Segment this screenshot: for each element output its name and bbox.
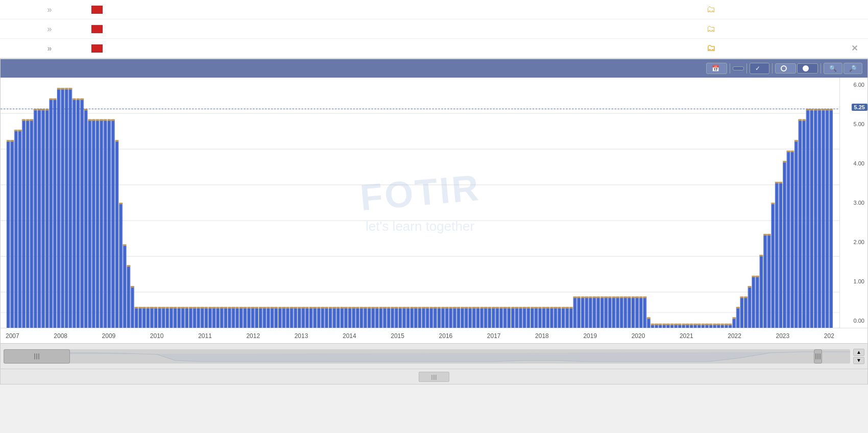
zoom-up-button[interactable]: ▲ [853,349,864,356]
y-label-300: 3.00 [854,200,864,206]
x-label-202x: 202 [824,332,834,340]
y-label-600: 6.00 [854,82,864,88]
zoom-controls: ▲ ▼ [853,349,864,364]
x-label-2017: 2017 [487,332,501,340]
x-label-2009: 2009 [102,332,116,340]
y-label-500: 5.00 [854,121,864,127]
radio-icon [781,65,787,71]
folder-icon[interactable]: 🗂 [698,43,724,54]
x-label-2022: 2022 [728,332,741,340]
grip-icon-right [815,353,821,359]
table-row: » 🗂 [0,19,868,39]
x-label-2015: 2015 [391,332,404,340]
speaker-icon: » [42,44,57,53]
flag-icon [88,6,106,14]
scrollbar-mini-chart [4,350,850,363]
folder-icon[interactable]: 🗂 [698,4,724,15]
chart-container: 📅 ✓ [0,59,868,384]
x-label-2008: 2008 [54,332,67,340]
x-label-2019: 2019 [583,332,597,340]
x-label-2018: 2018 [535,332,549,340]
speaker-icon: » [42,5,57,14]
x-label-2021: 2021 [680,332,693,340]
chart-controls: 📅 ✓ [706,63,862,74]
scrollbar-area: ▲ ▼ [1,343,867,369]
chart-header: 📅 ✓ [1,59,867,78]
x-label-2011: 2011 [198,332,212,340]
y-label-400: 4.00 [854,160,864,166]
grip-icon [34,353,39,359]
separator [772,63,773,74]
radio-filled-icon [803,65,809,71]
current-price-label: 5.25 [852,104,867,111]
y-axis-spacer [839,328,867,343]
speaker-icon: » [42,25,57,34]
x-label-2020: 2020 [632,332,645,340]
chart-main: FOTIR let's learn together [1,78,839,328]
range-button[interactable]: 📅 [706,63,727,74]
x-label-2010: 2010 [150,332,164,340]
horizontal-scroll-bar[interactable]: |||| [419,372,449,382]
table-row: » 🗂 [0,0,868,19]
line-button[interactable] [797,63,818,74]
search-button-2[interactable]: 🔎 [843,63,862,74]
x-label-2023: 2023 [776,332,790,340]
y-axis: 6.00 5.00 4.00 3.00 2.00 1.00 0.00 5.25 [839,78,867,328]
page-wrapper: » 🗂 » 🗂 [0,0,868,384]
y-label-000: 0.00 [854,318,864,324]
event-table: » 🗂 » 🗂 [0,0,868,59]
separator [821,63,821,74]
zoom-down-button[interactable]: ▼ [853,357,864,364]
scrollbar-track[interactable] [4,349,850,364]
bar-canvas [1,78,839,328]
y-label-100: 1.00 [854,278,864,284]
y-label-200: 2.00 [854,239,864,245]
x-label-2013: 2013 [295,332,308,340]
actual-button[interactable] [733,66,744,70]
bar-button[interactable] [775,63,796,74]
forecast-button[interactable]: ✓ [750,63,769,74]
bottom-controls: |||| [1,369,867,384]
x-label-2007: 2007 [6,332,19,340]
folder-icon[interactable]: 🗂 [698,23,724,34]
scrollbar-thumb-left[interactable] [4,349,70,364]
x-axis-row: 2007 2008 2009 2010 2011 2012 2013 2014 … [1,328,867,343]
x-label-2014: 2014 [343,332,356,340]
search-button-1[interactable]: 🔍 [824,63,842,74]
flag-icon [88,25,106,33]
y-labels: 6.00 5.00 4.00 3.00 2.00 1.00 0.00 [840,78,867,328]
scroll-grip-icon: |||| [431,374,437,380]
flag-icon [88,44,106,53]
chart-area: FOTIR let's learn together [1,78,867,328]
x-labels: 2007 2008 2009 2010 2011 2012 2013 2014 … [1,328,839,343]
x-label-2016: 2016 [439,332,453,340]
table-row-highlighted: » 🗂 ✕ [0,39,868,58]
separator [746,63,747,74]
scrollbar-thumb-right[interactable] [814,349,822,364]
separator [730,63,730,74]
x-label-2012: 2012 [246,332,260,340]
calendar-icon: 📅 [712,65,719,72]
close-button[interactable]: ✕ [847,43,862,53]
